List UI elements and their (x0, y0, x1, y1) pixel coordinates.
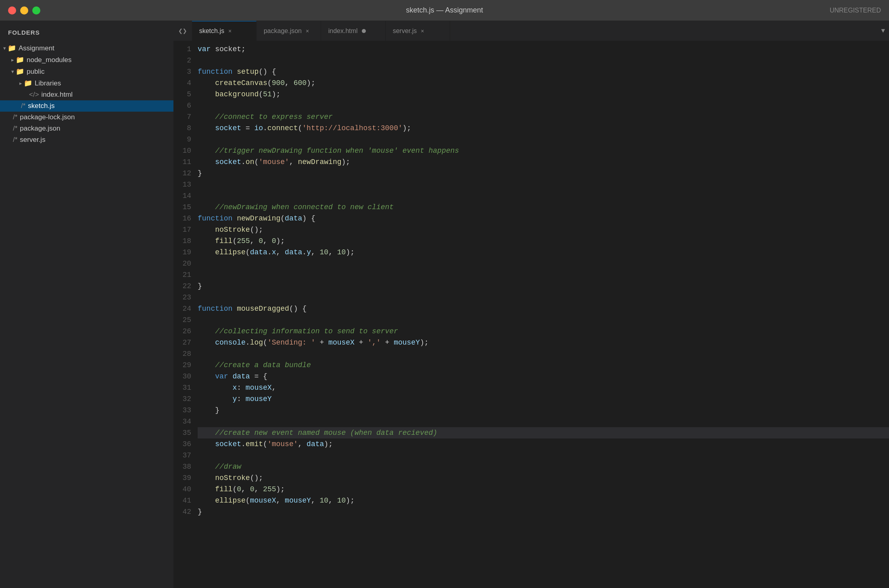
code-line[interactable] (198, 190, 889, 202)
chevron-icon: ▾ (3, 45, 6, 51)
token-punc (198, 89, 215, 100)
token-var-name: data (307, 438, 324, 450)
tree-item-server-js[interactable]: /*server.js (0, 134, 173, 145)
code-line[interactable]: noStroke(); (198, 472, 889, 484)
token-prop: x (232, 382, 237, 394)
code-content[interactable]: var socket; function setup() { createCan… (198, 41, 889, 588)
token-cmt: //trigger newDrawing function when 'mous… (215, 145, 459, 157)
token-var-name: mouseY (246, 393, 272, 405)
code-line[interactable]: //newDrawing when connected to new clien… (198, 202, 889, 213)
tab-index-html[interactable]: index.html (321, 21, 386, 41)
code-line[interactable]: noStroke(); (198, 224, 889, 235)
token-punc: : (237, 382, 246, 394)
tree-item-package-lock-json[interactable]: /*package-lock.json (0, 112, 173, 123)
code-line[interactable]: background(51); (198, 89, 889, 100)
line-number: 40 (182, 484, 191, 495)
code-line[interactable]: socket.on('mouse', newDrawing); (198, 156, 889, 168)
line-number: 6 (182, 100, 191, 111)
line-number: 16 (182, 213, 191, 224)
code-line[interactable] (198, 258, 889, 269)
token-punc: } (198, 405, 219, 416)
code-line[interactable]: } (198, 280, 889, 292)
maximize-button[interactable] (32, 6, 40, 15)
code-line[interactable]: function newDrawing(data) { (198, 213, 889, 224)
token-punc: ) { (302, 213, 315, 224)
code-line[interactable]: ellipse(mouseX, mouseY, 10, 10); (198, 495, 889, 506)
code-line[interactable]: //draw (198, 461, 889, 472)
code-line[interactable]: var data = { (198, 371, 889, 382)
minimize-button[interactable] (20, 6, 28, 15)
tree-item-sketch-js[interactable]: /*sketch.js (0, 100, 173, 112)
tab-close-button[interactable]: × (306, 28, 309, 34)
code-line[interactable]: //collecting information to send to serv… (198, 326, 889, 337)
token-fn: connect (267, 123, 298, 134)
chevron-icon: ▸ (19, 80, 22, 86)
tree-item-package-json[interactable]: /*package.json (0, 123, 173, 134)
code-editor[interactable]: 1234567891011121314151617181920212223242… (173, 41, 889, 588)
token-punc (198, 472, 215, 484)
code-line[interactable]: y: mouseY (198, 393, 889, 405)
tree-item-node_modules[interactable]: ▸📁node_modules (0, 54, 173, 66)
code-line[interactable]: } (198, 506, 889, 517)
tab-close-button[interactable]: × (421, 28, 424, 34)
tree-item-public[interactable]: ▾📁public (0, 66, 173, 77)
code-line[interactable]: ellipse(data.x, data.y, 10, 10); (198, 247, 889, 258)
token-punc (198, 224, 215, 236)
tree-item-assignment[interactable]: ▾📁Assignment (0, 42, 173, 54)
tab-sketch-js[interactable]: sketch.js× (192, 21, 257, 41)
code-line[interactable]: fill(0, 0, 255); (198, 484, 889, 495)
token-punc (232, 303, 237, 315)
code-line[interactable] (198, 134, 889, 145)
code-line[interactable]: //create new event named mouse (when dat… (198, 427, 889, 438)
code-line[interactable]: //connect to express server (198, 111, 889, 123)
token-punc: , (285, 77, 294, 89)
code-line[interactable]: //create a data bundle (198, 359, 889, 371)
code-line[interactable]: function setup() { (198, 66, 889, 77)
close-button[interactable] (8, 6, 16, 15)
code-line[interactable]: createCanvas(900, 600); (198, 77, 889, 89)
line-number: 4 (182, 77, 191, 89)
code-line[interactable] (198, 100, 889, 111)
tree-item-label: sketch.js (28, 102, 54, 110)
token-punc: . (302, 247, 307, 258)
code-line[interactable]: console.log('Sending: ' + mouseX + ',' +… (198, 337, 889, 348)
line-number: 38 (182, 461, 191, 472)
tab-overflow-arrow[interactable]: ▼ (881, 27, 885, 35)
code-line[interactable] (198, 179, 889, 190)
title-bar: sketch.js — Assignment UNREGISTERED (0, 0, 889, 21)
code-line[interactable] (198, 292, 889, 303)
code-line[interactable]: } (198, 405, 889, 416)
code-line[interactable] (198, 314, 889, 326)
code-line[interactable]: //trigger newDrawing function when 'mous… (198, 145, 889, 156)
code-line[interactable]: } (198, 168, 889, 179)
code-line[interactable] (198, 416, 889, 427)
code-line[interactable]: x: mouseX, (198, 382, 889, 393)
tree-item-libraries[interactable]: ▸📁Libraries (0, 77, 173, 89)
code-line[interactable] (198, 348, 889, 359)
tree-item-index-html[interactable]: </>index.html (0, 89, 173, 100)
code-line[interactable]: socket.emit('mouse', data); (198, 438, 889, 450)
tabs-container: sketch.js×package.json×index.htmlserver.… (192, 21, 450, 41)
code-line[interactable]: fill(255, 0, 0); (198, 235, 889, 247)
tab-label: server.js (393, 27, 417, 35)
window-controls[interactable] (8, 6, 40, 15)
tab-package-json[interactable]: package.json× (257, 21, 321, 41)
folder-icon: 📁 (24, 79, 32, 87)
code-line[interactable]: socket = io.connect('http://localhost:30… (198, 123, 889, 134)
code-line[interactable]: var socket; (198, 44, 889, 55)
code-line[interactable] (198, 450, 889, 461)
line-number: 13 (182, 179, 191, 190)
code-line[interactable] (198, 55, 889, 66)
token-cmt: //collecting information to send to serv… (215, 326, 398, 337)
tab-server-js[interactable]: server.js× (386, 21, 450, 41)
token-punc: ); (346, 247, 355, 258)
line-number: 34 (182, 416, 191, 427)
token-num: 10 (337, 495, 346, 507)
line-number: 37 (182, 450, 191, 461)
code-line[interactable] (198, 269, 889, 280)
sidebar-toggle-button[interactable]: ❮❯ (173, 21, 192, 41)
code-line[interactable]: function mouseDragged() { (198, 303, 889, 314)
token-cmt: //create new event named mouse (when dat… (215, 427, 437, 439)
tab-close-button[interactable]: × (228, 28, 232, 34)
folder-icon: 📁 (8, 44, 16, 52)
